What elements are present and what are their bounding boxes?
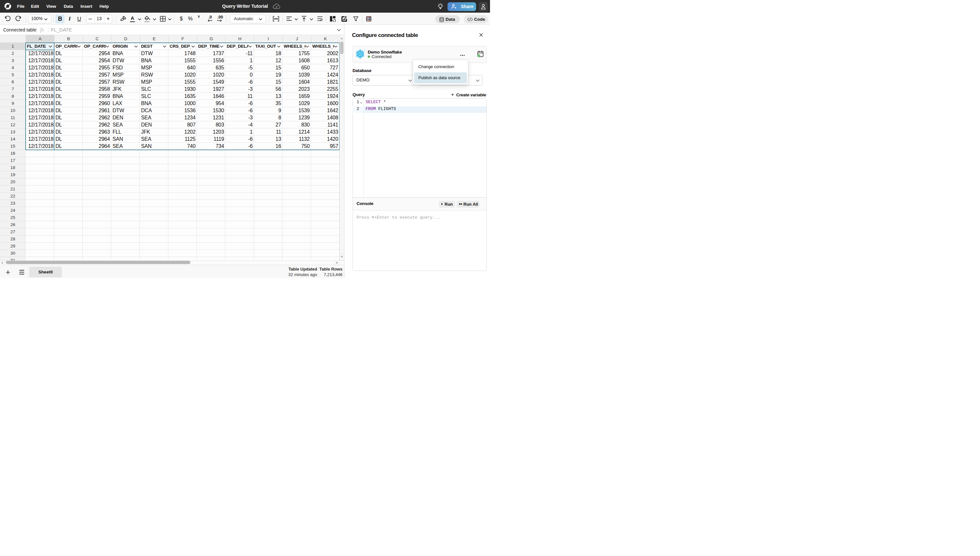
svg-text:®: ® bbox=[364, 49, 365, 51]
